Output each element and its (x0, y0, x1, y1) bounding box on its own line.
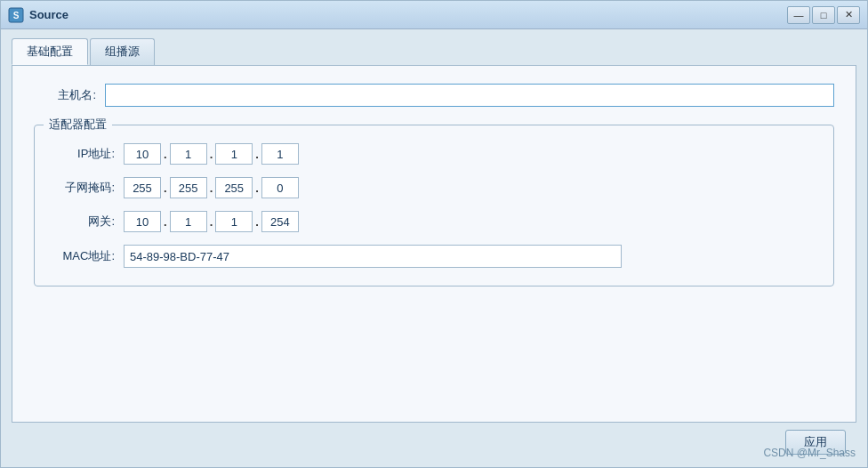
mac-row: MAC地址: (52, 245, 816, 268)
ip-field-group: . . . (124, 143, 299, 165)
gateway-octet-3[interactable] (215, 211, 253, 232)
gateway-dot-1: . (164, 215, 167, 229)
close-button[interactable]: ✕ (837, 6, 860, 24)
ip-dot-2: . (210, 148, 213, 161)
tab-bar: 基础配置 组播源 (12, 38, 856, 65)
tab-basic[interactable]: 基础配置 (12, 38, 88, 65)
gateway-octet-2[interactable] (170, 211, 207, 232)
subnet-octet-3[interactable] (215, 177, 253, 198)
ip-octet-4[interactable] (261, 143, 299, 165)
minimize-button[interactable]: — (787, 6, 810, 24)
subnet-dot-3: . (255, 182, 259, 195)
adapter-legend: 适配器配置 (44, 117, 112, 133)
gateway-row: 网关: . . . (52, 211, 816, 232)
subnet-row: 子网掩码: . . . (52, 177, 816, 198)
svg-text:S: S (13, 11, 20, 20)
adapter-rows: IP地址: . . . 子网掩码: (52, 143, 816, 268)
ip-label: IP地址: (52, 146, 115, 162)
hostname-label: 主机名: (34, 87, 96, 103)
subnet-octet-4[interactable] (261, 177, 299, 198)
footer: 应用 (12, 423, 856, 458)
mac-input[interactable] (124, 245, 622, 268)
gateway-dot-2: . (210, 215, 213, 229)
mac-label: MAC地址: (52, 248, 115, 264)
hostname-input[interactable] (105, 84, 834, 107)
window-title: Source (29, 8, 787, 21)
subnet-octet-1[interactable] (124, 177, 161, 198)
subnet-label: 子网掩码: (52, 180, 115, 196)
ip-octet-1[interactable] (124, 143, 161, 165)
subnet-octet-2[interactable] (170, 177, 207, 198)
adapter-section: 适配器配置 IP地址: . . . (34, 125, 834, 286)
ip-octet-2[interactable] (170, 143, 207, 165)
gateway-label: 网关: (52, 214, 115, 230)
ip-dot-1: . (164, 148, 167, 161)
restore-button[interactable]: □ (812, 6, 835, 24)
main-window: S Source — □ ✕ 基础配置 组播源 主机名: (0, 0, 868, 468)
gateway-field-group: . . . (124, 211, 299, 232)
ip-dot-3: . (255, 148, 259, 161)
subnet-dot-2: . (210, 182, 213, 195)
subnet-field-group: . . . (124, 177, 299, 198)
window-content: 基础配置 组播源 主机名: 适配器配置 IP地址: (1, 29, 867, 467)
gateway-octet-1[interactable] (124, 211, 161, 232)
tab-multicast[interactable]: 组播源 (90, 38, 155, 65)
title-bar: S Source — □ ✕ (1, 1, 867, 29)
hostname-row: 主机名: (34, 84, 834, 107)
ip-row: IP地址: . . . (52, 143, 816, 165)
window-controls: — □ ✕ (787, 6, 860, 24)
ip-octet-3[interactable] (215, 143, 253, 165)
app-icon: S (8, 7, 24, 23)
watermark: CSDN @Mr_Shass (763, 447, 856, 459)
main-panel: 主机名: 适配器配置 IP地址: . . (12, 65, 856, 423)
subnet-dot-1: . (164, 182, 167, 195)
gateway-octet-4[interactable] (261, 211, 299, 232)
gateway-dot-3: . (255, 215, 259, 229)
